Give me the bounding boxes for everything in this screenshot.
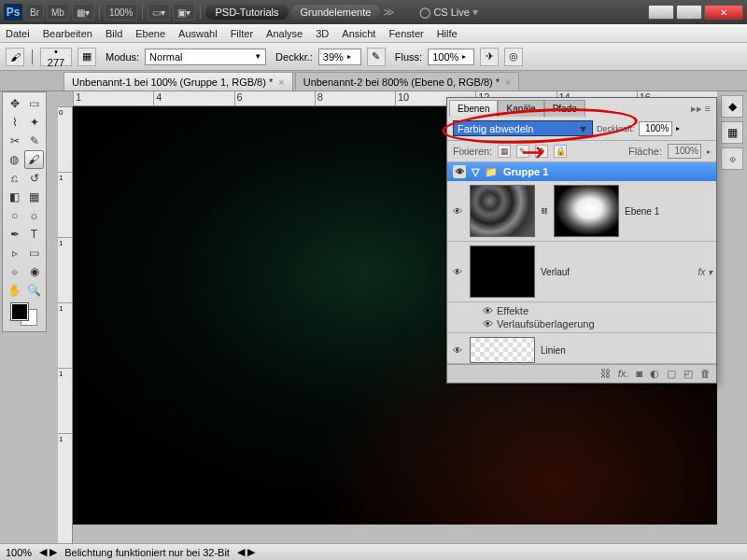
bridge-button[interactable]: Br [25,4,44,21]
menu-ebene[interactable]: Ebene [135,28,165,39]
screen-mode-button[interactable]: ▣▾ [173,4,195,21]
workspace-psd[interactable]: PSD-Tutorials [205,5,288,20]
menu-filter[interactable]: Filter [231,28,253,39]
pen-tool[interactable]: ✒ [5,225,24,244]
layer-group[interactable]: 👁 ▽ 📁 Gruppe 1 [447,162,716,181]
layer-opacity-input[interactable]: 100% [639,121,672,136]
visibility-icon[interactable]: 👁 [451,206,464,217]
menu-analyse[interactable]: Analyse [266,28,303,39]
eraser-tool[interactable]: ◧ [5,188,24,206]
menu-bild[interactable]: Bild [106,28,122,39]
layer-row[interactable]: 👁 Linien [447,333,716,364]
crop-tool[interactable]: ✂ [5,132,24,150]
close-tab-icon[interactable]: × [505,77,511,88]
camera-tool[interactable]: ◉ [24,262,44,281]
3d-tool[interactable]: ⟐ [5,262,24,281]
menu-3d[interactable]: 3D [316,28,329,39]
opacity-input[interactable]: 39%▸ [318,49,361,65]
fx-badge[interactable]: fx ▾ [698,267,712,277]
tool-preset-icon[interactable]: 🖌 [6,48,24,66]
menu-hilfe[interactable]: Hilfe [437,28,458,39]
layer-row[interactable]: 👁 ⛓ Ebene 1 [447,181,716,242]
layer-row[interactable]: 👁 Verlauf fx ▾ [447,242,716,302]
type-tool[interactable]: T [24,225,44,244]
minimize-button[interactable]: — [648,5,674,20]
marquee-tool[interactable]: ▭ [24,94,44,113]
hand-tool[interactable]: ✋ [5,281,24,300]
eyedropper-tool[interactable]: ✎ [24,132,44,150]
lock-transparency-icon[interactable]: ▦ [498,145,511,158]
close-tab-icon[interactable]: × [278,77,284,88]
lock-pixels-icon[interactable]: ✎ [516,145,529,158]
fx-gradient-overlay[interactable]: Verlaufsüberlagerung [497,318,595,329]
expand-icon[interactable]: ▽ [472,166,479,178]
delete-layer-icon[interactable]: 🗑 [700,368,711,380]
color-swatch[interactable] [11,303,37,326]
history-brush-tool[interactable]: ↺ [24,169,44,188]
wand-tool[interactable]: ✦ [24,113,44,132]
stamp-tool[interactable]: ⎌ [5,169,24,188]
doc-tab-1[interactable]: Unbenannt-1 bei 100% (Gruppe 1, RGB/8) *… [63,72,293,91]
tab-pfade[interactable]: Pfade [544,100,585,117]
path-tool[interactable]: ▹ [5,244,24,262]
new-layer-icon[interactable]: ◰ [684,368,693,380]
heal-tool[interactable]: ◍ [5,150,24,169]
tab-kanaele[interactable]: Kanäle [498,100,543,117]
color-panel-icon[interactable]: ◆ [721,95,743,118]
layer-thumbnail[interactable] [470,245,535,298]
swatches-panel-icon[interactable]: ▦ [721,121,743,144]
visibility-icon[interactable]: 👁 [453,165,466,178]
minibridge-button[interactable]: Mb [47,4,69,21]
fx-icon[interactable]: fx. [618,368,629,380]
visibility-icon[interactable]: 👁 [451,345,464,356]
link-layers-icon[interactable]: ⛓ [600,368,611,380]
tab-ebenen[interactable]: Ebenen [449,100,498,117]
styles-panel-icon[interactable]: ⟐ [721,147,743,170]
gradient-tool[interactable]: ▦ [24,188,44,206]
zoom-tool[interactable]: 🔍 [24,281,44,300]
menu-bearbeiten[interactable]: Bearbeiten [43,28,92,39]
dodge-tool[interactable]: ☼ [24,206,44,225]
menu-auswahl[interactable]: Auswahl [178,28,218,39]
blend-mode-dropdown[interactable]: Farbig abwedeln▼ [453,120,593,136]
adjustment-icon[interactable]: ◐ [650,368,659,380]
cslive-label[interactable]: CS Live [433,7,470,18]
visibility-icon[interactable]: 👁 [483,305,493,316]
workspace-more-icon[interactable]: ≫ [383,6,395,19]
menu-ansicht[interactable]: Ansicht [342,28,375,39]
visibility-icon[interactable]: 👁 [451,267,464,277]
lock-position-icon[interactable]: ✥ [535,145,548,158]
layer-thumbnail[interactable] [470,185,535,237]
mask-icon[interactable]: ◙ [636,368,642,380]
tablet-pressure-icon[interactable]: ◎ [504,48,523,66]
layer-thumbnail[interactable] [470,337,535,363]
brush-tool[interactable]: 🖌 [24,150,44,169]
brush-panel-button[interactable]: ▦ [78,48,96,66]
panel-menu-icon[interactable]: ▸▸ ≡ [685,101,716,117]
brush-preview[interactable]: •277 [40,48,72,66]
zoom-level[interactable]: 100% [105,4,138,21]
status-zoom[interactable]: 100% [6,547,32,558]
menu-fenster[interactable]: Fenster [388,28,423,39]
opacity-pressure-icon[interactable]: ✎ [367,48,386,66]
layer-name[interactable]: Linien [541,345,566,356]
blend-mode-select[interactable]: Normal▼ [145,49,266,65]
view-extras-button[interactable]: ▦▾ [72,4,94,21]
fill-input[interactable]: 100% [668,144,701,159]
workspace-grund[interactable]: Grundelemente [291,5,381,20]
airbrush-icon[interactable]: ✈ [480,48,499,66]
visibility-icon[interactable]: 👁 [483,318,493,329]
doc-tab-2[interactable]: Unbenannt-2 bei 800% (Ebene 0, RGB/8) *× [295,72,520,91]
group-icon[interactable]: ▢ [667,368,676,380]
move-tool[interactable]: ✥ [5,94,24,113]
mask為link-icon[interactable]: ⛓ [541,207,548,216]
lock-all-icon[interactable]: 🔒 [554,145,567,158]
maximize-button[interactable]: ▢ [676,5,702,20]
flow-input[interactable]: 100%▸ [428,49,474,65]
close-button[interactable]: ✕ [704,5,743,20]
shape-tool[interactable]: ▭ [24,244,44,262]
menu-datei[interactable]: Datei [6,28,30,39]
lasso-tool[interactable]: ⌇ [5,113,24,132]
mask-thumbnail[interactable] [554,185,619,237]
blur-tool[interactable]: ○ [5,206,24,225]
